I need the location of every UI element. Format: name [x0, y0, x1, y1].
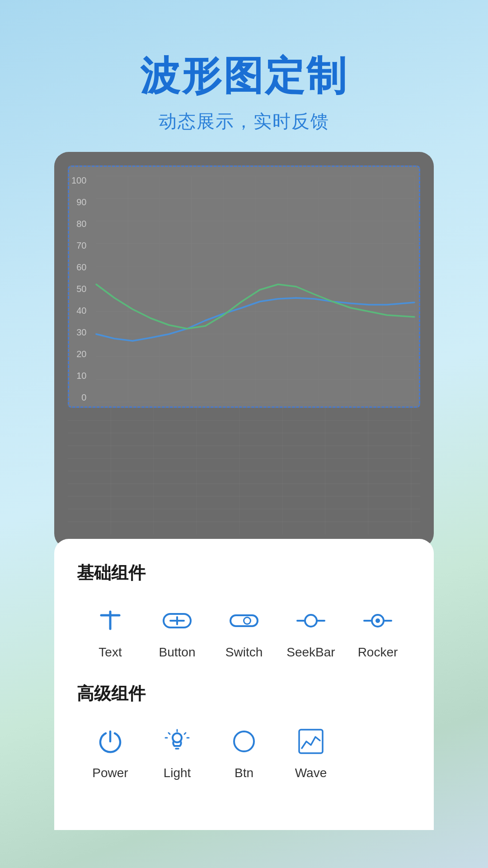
widget-text[interactable]: Text	[77, 603, 144, 660]
y-label-70: 70	[76, 241, 86, 250]
seekbar-icon	[293, 603, 329, 639]
svg-rect-63	[299, 730, 323, 753]
light-icon	[159, 723, 195, 760]
extended-grid	[68, 408, 420, 534]
basic-section-title: 基础组件	[77, 561, 411, 585]
svg-point-62	[234, 731, 254, 751]
y-label-30: 30	[76, 328, 86, 337]
rocker-icon	[360, 603, 396, 639]
widget-rocker-label: Rocker	[358, 645, 398, 660]
widget-light-label: Light	[164, 766, 191, 780]
chart-inner: 100 90 80 70 60 50 40 30 20 10 0	[68, 165, 420, 408]
y-axis-labels: 100 90 80 70 60 50 40 30 20 10 0	[71, 176, 86, 402]
basic-widget-row: Text Button Switch	[77, 603, 411, 660]
power-icon	[92, 723, 128, 760]
y-label-50: 50	[76, 284, 86, 293]
y-label-40: 40	[76, 306, 86, 315]
widget-wave[interactable]: Wave	[277, 723, 344, 780]
chart-svg	[96, 176, 414, 402]
switch-icon	[226, 603, 262, 639]
widget-btn[interactable]: Btn	[211, 723, 277, 780]
svg-point-54	[173, 733, 182, 742]
wave-icon	[293, 723, 329, 760]
bottom-card: 基础组件 Text Button	[54, 539, 434, 830]
widget-light[interactable]: Light	[144, 723, 211, 780]
widget-wave-label: Wave	[295, 766, 327, 780]
y-label-10: 10	[76, 371, 86, 380]
widget-switch[interactable]: Switch	[211, 603, 277, 660]
widget-button[interactable]: Button	[144, 603, 211, 660]
widget-rocker[interactable]: Rocker	[344, 603, 411, 660]
y-label-60: 60	[76, 263, 86, 272]
advanced-section-title: 高级组件	[77, 682, 411, 705]
header: 波形图定制 动态展示，实时反馈	[140, 0, 348, 134]
svg-line-60	[184, 733, 186, 734]
svg-point-50	[375, 618, 380, 623]
widget-power-label: Power	[92, 766, 128, 780]
widget-seekbar-label: SeekBar	[286, 645, 335, 660]
y-label-80: 80	[76, 219, 86, 228]
btn-icon	[226, 723, 262, 760]
advanced-widget-row: Power Light	[77, 723, 411, 780]
widget-switch-label: Switch	[225, 645, 263, 660]
widget-text-label: Text	[99, 645, 122, 660]
widget-seekbar[interactable]: SeekBar	[277, 603, 344, 660]
button-icon	[159, 603, 195, 639]
subtitle: 动态展示，实时反馈	[140, 109, 348, 134]
y-label-0: 0	[81, 393, 86, 402]
widget-power[interactable]: Power	[77, 723, 144, 780]
svg-point-46	[305, 615, 317, 627]
chart-area: 100 90 80 70 60 50 40 30 20 10 0	[96, 176, 414, 402]
widget-button-label: Button	[159, 645, 196, 660]
text-icon	[92, 603, 128, 639]
chart-card: 100 90 80 70 60 50 40 30 20 10 0	[54, 152, 434, 548]
y-label-100: 100	[71, 176, 86, 185]
widget-btn-label: Btn	[235, 766, 253, 780]
svg-point-45	[244, 618, 250, 623]
svg-line-58	[169, 733, 170, 734]
y-label-20: 20	[76, 349, 86, 359]
y-label-90: 90	[76, 198, 86, 207]
main-title: 波形图定制	[140, 54, 348, 98]
